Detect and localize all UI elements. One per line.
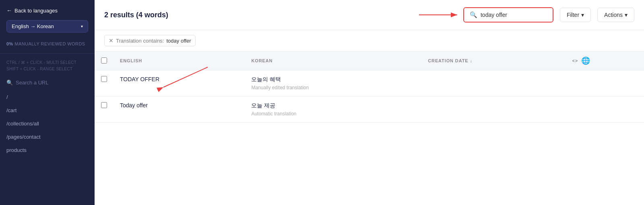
search-box[interactable]: 🔍 today offer bbox=[464, 8, 553, 22]
filter-label: Filter bbox=[567, 12, 579, 18]
back-label: Back to languages bbox=[14, 8, 58, 14]
reviewed-words-bar: 0% MANUALLY REVIEWED WORDS bbox=[0, 39, 95, 52]
url-list: / /cart /collections/all /pages/contact … bbox=[0, 89, 95, 157]
search-icon: 🔍 bbox=[470, 11, 477, 18]
globe-icon: 🌐 bbox=[581, 56, 590, 65]
reviewed-percentage: 0% bbox=[6, 41, 13, 46]
row2-korean-text: 오늘 제공 bbox=[251, 102, 415, 109]
url-item-collections[interactable]: /collections/all bbox=[0, 117, 95, 130]
filter-chips: ✕ Translation contains: today offer bbox=[95, 30, 644, 51]
actions-label: Actions bbox=[604, 12, 623, 18]
chip-value: today offer bbox=[166, 38, 191, 44]
filter-chip: ✕ Translation contains: today offer bbox=[104, 35, 196, 46]
sidebar-divider bbox=[0, 53, 95, 54]
filter-button[interactable]: Filter ▾ bbox=[560, 8, 591, 22]
search-url-row[interactable]: 🔍 Search a URL bbox=[0, 76, 95, 89]
th-korean: KOREAN bbox=[245, 51, 421, 70]
language-selector-button[interactable]: English → Korean ▾ bbox=[6, 20, 88, 33]
row1-checkbox[interactable] bbox=[101, 76, 107, 82]
table-header-row: ENGLISH KOREAN CREATION DATE ↓ <> 🌐 bbox=[95, 51, 644, 70]
sidebar: ← Back to languages English → Korean ▾ 0… bbox=[0, 0, 95, 205]
th-english: ENGLISH bbox=[114, 51, 245, 70]
row1-date-cell bbox=[421, 70, 566, 96]
chip-close-icon[interactable]: ✕ bbox=[109, 37, 114, 44]
url-item-products[interactable]: products bbox=[0, 144, 95, 157]
url-item-root[interactable]: / bbox=[0, 90, 95, 104]
row1-korean-cell: 오늘의 혜택 Manually edited translation bbox=[245, 70, 421, 96]
th-code: <> 🌐 bbox=[566, 51, 644, 70]
creation-date-label: CREATION DATE bbox=[428, 58, 468, 63]
row1-english-cell: TODAY OFFER bbox=[114, 70, 245, 96]
red-arrow-annotation bbox=[419, 8, 463, 22]
language-selector-label: English → Korean bbox=[12, 23, 54, 29]
table-row: TODAY OFFER 오늘의 혜택 Manually edited trans… bbox=[95, 70, 644, 96]
actions-button[interactable]: Actions ▾ bbox=[597, 8, 634, 22]
topbar: 2 results (4 words) 🔍 today offer Filter bbox=[95, 0, 644, 30]
row1-english-text: TODAY OFFER bbox=[120, 76, 159, 82]
search-box-wrapper: 🔍 today offer bbox=[463, 7, 553, 23]
th-creation-date[interactable]: CREATION DATE ↓ bbox=[421, 51, 566, 70]
sort-down-icon: ↓ bbox=[470, 58, 473, 63]
row1-checkbox-cell bbox=[95, 70, 114, 96]
reviewed-label: MANUALLY REVIEWED WORDS bbox=[14, 41, 85, 46]
svg-line-3 bbox=[163, 67, 208, 87]
row2-date-cell bbox=[421, 96, 566, 123]
chevron-down-icon: ▾ bbox=[81, 24, 83, 29]
back-to-languages[interactable]: ← Back to languages bbox=[0, 0, 95, 18]
row1-icons-cell bbox=[566, 70, 644, 96]
row2-checkbox-cell bbox=[95, 96, 114, 123]
th-checkbox bbox=[95, 51, 114, 70]
row2-korean-cell: 오늘 제공 Automatic translation bbox=[245, 96, 421, 123]
translations-table: ENGLISH KOREAN CREATION DATE ↓ <> 🌐 bbox=[95, 51, 644, 123]
search-url-icon: 🔍 bbox=[6, 80, 13, 86]
search-url-label: Search a URL bbox=[16, 80, 49, 86]
results-title: 2 results (4 words) bbox=[104, 11, 457, 19]
url-item-pages-contact[interactable]: /pages/contact bbox=[0, 130, 95, 144]
back-arrow-icon: ← bbox=[6, 7, 12, 14]
table-wrapper: ENGLISH KOREAN CREATION DATE ↓ <> 🌐 bbox=[95, 51, 644, 205]
main-content: 2 results (4 words) 🔍 today offer Filter bbox=[95, 0, 644, 205]
code-icon: <> bbox=[572, 58, 578, 63]
select-all-checkbox[interactable] bbox=[101, 57, 107, 64]
shortcut-line-2: SHIFT + CLICK - RANGE SELECT bbox=[6, 66, 88, 72]
row2-english-cell: Today offer bbox=[114, 96, 245, 123]
row2-english-text: Today offer bbox=[120, 102, 148, 109]
shortcut-line-1: CTRL / ⌘ + CLICK - MULTI SELECT bbox=[6, 59, 88, 66]
table-row: Today offer 오늘 제공 Automatic translation bbox=[95, 96, 644, 123]
row2-translation-note: Automatic translation bbox=[251, 111, 415, 117]
actions-chevron-icon: ▾ bbox=[625, 12, 627, 18]
url-item-cart[interactable]: /cart bbox=[0, 104, 95, 117]
chip-prefix: Translation contains: bbox=[116, 38, 164, 44]
shortcut-hints: CTRL / ⌘ + CLICK - MULTI SELECT SHIFT + … bbox=[0, 55, 95, 76]
search-input[interactable]: today offer bbox=[481, 12, 507, 18]
row1-translation-note: Manually edited translation bbox=[251, 85, 415, 90]
filter-chevron-icon: ▾ bbox=[581, 12, 584, 18]
row1-korean-text: 오늘의 혜택 bbox=[251, 76, 415, 83]
row2-checkbox[interactable] bbox=[101, 102, 107, 108]
row2-icons-cell bbox=[566, 96, 644, 123]
